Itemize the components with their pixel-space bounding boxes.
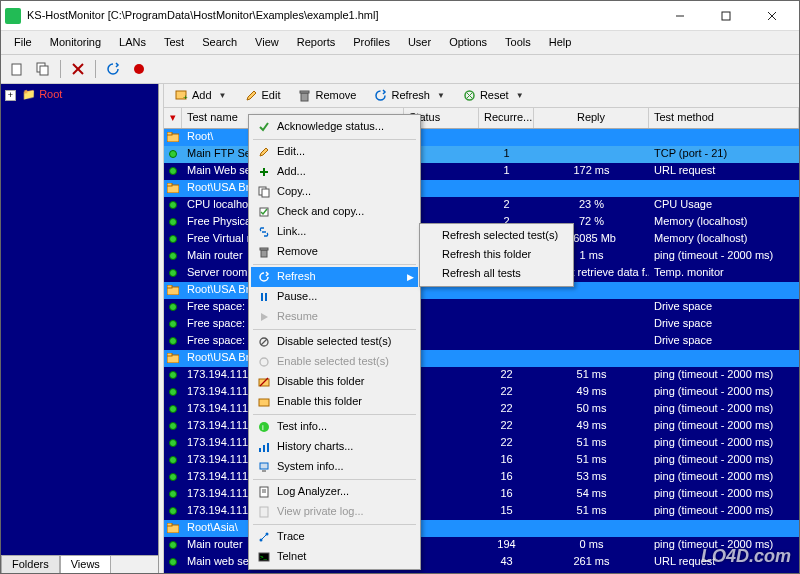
svg-point-22	[170, 219, 177, 226]
menu-test[interactable]: Test	[157, 33, 191, 52]
svg-point-23	[170, 236, 177, 243]
row-recur: 16	[479, 452, 534, 467]
svg-rect-68	[262, 470, 266, 472]
menu-options[interactable]: Options	[442, 33, 494, 52]
svg-point-45	[170, 559, 177, 566]
ctx-copy[interactable]: Copy...	[251, 182, 418, 202]
row-reply: 49 ms	[534, 418, 649, 433]
sub-refresh-all[interactable]: Refresh all tests	[422, 264, 571, 283]
svg-rect-27	[167, 285, 172, 288]
col-recur[interactable]: Recurre...	[479, 108, 534, 127]
ctx-edit[interactable]: Edit...	[251, 142, 418, 162]
row-recur: 2	[479, 197, 534, 212]
menu-lans[interactable]: LANs	[112, 33, 153, 52]
svg-point-40	[170, 491, 177, 498]
add-button[interactable]: + Add▼	[168, 86, 234, 105]
folder-icon	[164, 182, 182, 194]
edit-button[interactable]: Edit	[238, 86, 288, 105]
menu-reports[interactable]: Reports	[290, 33, 343, 52]
ctx-checkcopy[interactable]: Check and copy...	[251, 202, 418, 222]
svg-text:i: i	[262, 423, 264, 432]
ctx-add[interactable]: Add...	[251, 162, 418, 182]
tab-folders[interactable]: Folders	[1, 556, 60, 574]
svg-rect-64	[259, 448, 261, 452]
row-recur	[479, 340, 534, 342]
sub-refresh-folder[interactable]: Refresh this folder	[422, 245, 571, 264]
sub-refresh-selected[interactable]: Refresh selected test(s)	[422, 226, 571, 245]
menu-tools[interactable]: Tools	[498, 33, 538, 52]
test-icon	[164, 556, 182, 568]
menu-search[interactable]: Search	[195, 33, 244, 52]
svg-rect-1	[722, 12, 730, 20]
ctx-history[interactable]: History charts...	[251, 437, 418, 457]
ctx-test-info[interactable]: iTest info...	[251, 417, 418, 437]
svg-point-39	[170, 474, 177, 481]
close-button[interactable]	[749, 1, 795, 31]
menu-file[interactable]: File	[7, 33, 39, 52]
main-toolbar	[1, 55, 799, 84]
col-flag[interactable]: ▾	[164, 108, 182, 127]
row-reply: 50 ms	[534, 401, 649, 416]
row-reply: 51 ms	[534, 452, 649, 467]
tree-body[interactable]: + 📁 Root	[1, 84, 158, 555]
svg-rect-55	[265, 293, 267, 301]
row-recur: 16	[479, 469, 534, 484]
row-recur	[479, 527, 534, 529]
ctx-refresh[interactable]: Refresh▶	[251, 267, 418, 287]
row-method: Drive space	[649, 333, 799, 348]
menu-profiles[interactable]: Profiles	[346, 33, 397, 52]
test-icon	[164, 233, 182, 245]
test-icon	[164, 250, 182, 262]
ctx-acknowledge[interactable]: Acknowledge status...	[251, 117, 418, 137]
remove-button[interactable]: Remove	[291, 86, 363, 105]
svg-point-25	[170, 270, 177, 277]
right-toolbar: + Add▼ Edit Remove Refresh▼ Reset▼	[164, 84, 799, 108]
toolbar-copy-icon[interactable]	[32, 58, 54, 80]
col-reply[interactable]: Reply	[534, 108, 649, 127]
test-icon	[164, 318, 182, 330]
svg-rect-16	[167, 132, 172, 135]
ctx-remove[interactable]: Remove	[251, 242, 418, 262]
col-method[interactable]: Test method	[649, 108, 799, 127]
ctx-enable-folder[interactable]: Enable this folder	[251, 392, 418, 412]
tree-expand-icon[interactable]: +	[5, 90, 16, 101]
row-method	[649, 136, 799, 138]
refresh-button[interactable]: Refresh▼	[367, 86, 451, 105]
row-recur	[479, 136, 534, 138]
row-reply	[534, 187, 649, 189]
menu-monitoring[interactable]: Monitoring	[43, 33, 108, 52]
ctx-sysinfo[interactable]: System info...	[251, 457, 418, 477]
toolbar-refresh-icon[interactable]	[102, 58, 124, 80]
svg-rect-61	[259, 399, 269, 406]
pencil-icon	[245, 89, 258, 102]
test-icon	[164, 488, 182, 500]
tree-root[interactable]: Root	[39, 88, 62, 100]
svg-rect-66	[267, 443, 269, 452]
reset-button[interactable]: Reset▼	[456, 86, 531, 105]
tab-views[interactable]: Views	[60, 556, 111, 574]
menu-view[interactable]: View	[248, 33, 286, 52]
row-method: ping (timeout - 2000 ms)	[649, 452, 799, 467]
ctx-disable-folder[interactable]: Disable this folder	[251, 372, 418, 392]
refresh-icon	[374, 89, 387, 102]
ctx-loganalyzer[interactable]: Log Analyzer...	[251, 482, 418, 502]
toolbar-new-icon[interactable]	[6, 58, 28, 80]
maximize-button[interactable]	[703, 1, 749, 31]
ctx-disable-selected[interactable]: Disable selected test(s)	[251, 332, 418, 352]
ctx-link[interactable]: Link...	[251, 222, 418, 242]
row-reply: 0 ms	[534, 537, 649, 552]
test-row[interactable]: Server room: Temp2Cannot retrieve data f…	[164, 571, 799, 574]
minimize-button[interactable]	[657, 1, 703, 31]
row-method	[649, 527, 799, 529]
plus-icon: +	[175, 89, 188, 102]
toolbar-delete-icon[interactable]	[67, 58, 89, 80]
row-recur: 15	[479, 503, 534, 518]
ctx-telnet[interactable]: >_Telnet	[251, 547, 418, 567]
test-icon	[164, 505, 182, 517]
svg-text:+: +	[183, 93, 188, 102]
menu-help[interactable]: Help	[542, 33, 579, 52]
ctx-pause[interactable]: Pause...	[251, 287, 418, 307]
ctx-trace[interactable]: Trace	[251, 527, 418, 547]
menu-user[interactable]: User	[401, 33, 438, 52]
toolbar-stop-icon[interactable]	[128, 58, 150, 80]
